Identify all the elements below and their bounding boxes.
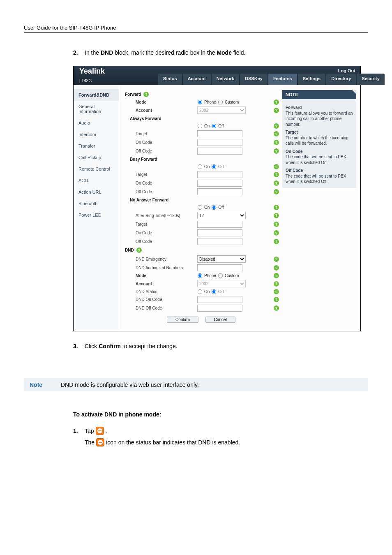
dnd-icon [96,427,104,435]
sidebar-item-forwarddnd[interactable]: Forward&DND [74,89,119,101]
tab-settings[interactable]: Settings [298,74,325,85]
web-header: Yealink | T48G Log Out Status Account Ne… [74,66,360,85]
always-forward-head: Always Forward [123,115,279,123]
help-icon[interactable]: ? [274,172,279,177]
step-2-text: In the DND block, mark the desired radio… [85,49,245,56]
help-icon[interactable]: ? [274,131,279,136]
after-ring-select[interactable]: 12 [197,212,246,219]
forward-section-header: Forward ? [123,90,279,99]
sidebar-item-bluetooth[interactable]: Bluetooth [74,198,119,209]
dnd-account-select[interactable]: 2002 [197,280,246,287]
note-label: Note [30,382,61,388]
help-icon[interactable]: ? [274,99,279,105]
dnd-mode-phone[interactable] [198,273,203,278]
busy-on[interactable] [198,164,203,169]
help-icon[interactable]: ? [274,205,279,210]
help-icon[interactable]: ? [274,140,279,145]
sidebar-item-callpickup[interactable]: Call Pickup [74,152,119,163]
always-oncode-input[interactable] [197,139,242,146]
confirm-button[interactable]: Confirm [167,317,198,323]
dnd-section-header: DND ? [123,246,279,254]
sidebar: Forward&DND General Information Audio In… [74,85,119,331]
dnd-icon [96,438,104,446]
activate-title: To activate DND in phone mode: [73,411,368,418]
page-header: User Guide for the SIP-T48G IP Phone [24,25,368,32]
busy-offcode-input[interactable] [197,188,242,195]
dnd-oncode-input[interactable] [197,296,242,303]
noanswer-forward-head: No Answer Forward [123,196,279,204]
always-off[interactable] [212,124,217,129]
sidebar-item-actionurl[interactable]: Action URL [74,186,119,198]
help-icon[interactable]: ? [274,257,279,262]
header-rule [24,32,368,33]
help-icon[interactable]: ? [274,108,279,113]
always-target-input[interactable] [197,130,242,137]
tab-directory[interactable]: Directory [326,74,356,85]
help-icon[interactable]: ? [274,281,279,287]
noans-off[interactable] [212,205,217,210]
sidebar-item-audio[interactable]: Audio [74,117,119,129]
help-icon[interactable]: ? [274,239,279,244]
help-icon[interactable]: ? [274,230,279,236]
help-icon[interactable]: ? [143,92,149,97]
dnd-status-off[interactable] [212,289,217,294]
note-body: Forward This feature allows you to forwa… [282,99,356,188]
sidebar-item-powerled[interactable]: Power LED [74,209,119,221]
forward-account-select[interactable]: 2002 [197,106,246,114]
help-icon[interactable]: ? [274,222,279,227]
noans-on[interactable] [198,205,203,210]
cancel-button[interactable]: Cancel [205,317,235,323]
activate-step-1: 1. Tap . [73,425,368,437]
help-icon[interactable]: ? [274,265,279,271]
always-on[interactable] [198,124,203,129]
dnd-emergency-select[interactable]: Disabled [197,255,246,263]
dnd-mode-custom[interactable] [218,273,223,278]
noans-oncode-input[interactable] [197,229,242,236]
sidebar-item-intercom[interactable]: Intercom [74,129,119,140]
sidebar-item-acd[interactable]: ACD [74,175,119,186]
forward-mode-custom[interactable] [218,100,223,105]
help-icon[interactable]: ? [274,180,279,186]
tab-security[interactable]: Security [357,74,384,85]
activate-step-1b: The icon on the status bar indicates tha… [85,437,368,448]
help-icon[interactable]: ? [274,305,279,311]
tab-network[interactable]: Network [212,74,239,85]
sidebar-item-remote[interactable]: Remote Control [74,163,119,175]
step-2-num: 2. [73,49,85,56]
help-icon[interactable]: ? [274,297,279,302]
dnd-status-on[interactable] [198,289,203,294]
dnd-offcode-input[interactable] [197,305,242,312]
noans-target-input[interactable] [197,221,242,228]
tabs: Status Account Network DSSKey Features S… [158,74,385,85]
logo: Yealink | T48G [74,67,105,84]
always-offcode-input[interactable] [197,148,242,155]
tab-account[interactable]: Account [183,74,211,85]
web-ui-screenshot: Yealink | T48G Log Out Status Account Ne… [73,66,361,331]
sidebar-item-general[interactable]: General Information [74,101,119,117]
note-text: DND mode is configurable via web user in… [61,382,199,388]
help-icon[interactable]: ? [274,273,279,278]
tab-dsskey[interactable]: DSSKey [240,74,267,85]
help-icon[interactable]: ? [136,247,142,253]
noans-offcode-input[interactable] [197,238,242,245]
busy-off[interactable] [212,164,217,169]
dnd-auth-input[interactable] [197,264,242,271]
busy-oncode-input[interactable] [197,180,242,187]
help-icon[interactable]: ? [274,189,279,194]
tab-features[interactable]: Features [268,74,297,85]
help-icon[interactable]: ? [274,123,279,129]
busy-forward-head: Busy Forward [123,155,279,163]
busy-target-input[interactable] [197,171,242,178]
help-icon[interactable]: ? [274,148,279,154]
help-icon[interactable]: ? [274,289,279,294]
forward-mode-label: Mode [136,100,197,104]
help-icon[interactable]: ? [274,213,279,218]
forward-mode-phone[interactable] [198,100,203,105]
tab-status[interactable]: Status [158,74,182,85]
help-icon[interactable]: ? [274,164,279,169]
logout-link[interactable]: Log Out [338,68,355,73]
note-column: NOTE Forward This feature allows you to … [282,90,356,324]
forward-account-label: Account [136,108,197,113]
step-3: 3. Click Confirm to accept the change. [73,343,368,349]
sidebar-item-transfer[interactable]: Transfer [74,140,119,152]
